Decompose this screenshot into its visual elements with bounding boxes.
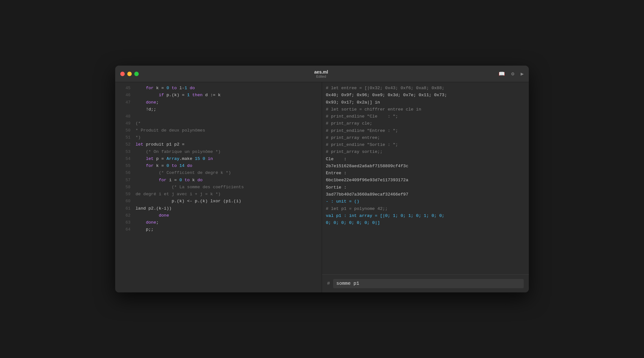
code-line: 64 p;; — [115, 226, 322, 233]
code-line: 49(* — [115, 120, 322, 127]
app-window: aes.ml Edited 📖 ⚙️ ▶ 45 for k = 0 to l-1… — [115, 66, 529, 292]
line-code: p.(k) <- p.(k) lxor (p1.(i) — [136, 198, 241, 205]
line-code: (* On fabrique un polynôme *) — [136, 148, 220, 155]
line-number: 62 — [119, 212, 130, 219]
output-line: # let entree = [|0x32; 0x43; 0xf6; 0xa8;… — [326, 85, 525, 92]
code-line: 57 for i = 0 to k do — [115, 177, 322, 184]
code-line: 55 for k = 0 to 14 do — [115, 162, 322, 169]
line-number: 60 — [119, 198, 130, 205]
book-icon[interactable]: 📖 — [499, 71, 505, 77]
code-line: 56 (* Coefficient de degré k *) — [115, 169, 322, 176]
code-line: 53 (* On fabrique un polynôme *) — [115, 148, 322, 155]
line-code: de degré i et j avec i + j = k *) — [136, 191, 220, 198]
titlebar-actions: 📖 ⚙️ ▶ — [499, 71, 524, 77]
line-number: 52 — [119, 141, 130, 148]
code-line: 59de degré i et j avec i + j = k *) — [115, 191, 322, 198]
output-line: 6bc1bee22e409f96e93d7e117393172a — [326, 177, 525, 184]
input-pane: # — [322, 275, 529, 292]
output-line: # print_array sortie;; — [326, 148, 525, 155]
output-line: 2b7e151628aed2a6abf7158809cf4f3c — [326, 163, 525, 170]
prompt-symbol: # — [327, 281, 330, 286]
code-line: 60 p.(k) <- p.(k) lxor (p1.(i) — [115, 198, 322, 205]
line-code: done — [136, 212, 169, 219]
run-icon[interactable]: ▶ — [521, 71, 524, 77]
line-code: done; — [136, 99, 159, 106]
output-line: # print_endline "Sortie : "; — [326, 141, 525, 148]
line-number: 50 — [119, 127, 130, 134]
line-code: land p2.(k-i)) — [136, 205, 172, 212]
line-number: 58 — [119, 184, 130, 191]
line-code: done; — [136, 219, 159, 226]
line-code: for k = 0 to 14 do — [136, 162, 192, 169]
output-line: 0x93; 0x17; 0x2a|] in — [326, 99, 525, 106]
line-number: 49 — [119, 120, 130, 127]
line-code: *) — [136, 134, 141, 141]
code-line: 51*) — [115, 134, 322, 141]
line-number: 48 — [119, 113, 130, 120]
line-number: 63 — [119, 219, 130, 226]
close-button[interactable] — [120, 72, 125, 76]
code-line: !d;; — [115, 106, 322, 113]
output-line: 0; 0; 0; 0; 0; 0; 0|] — [326, 219, 525, 226]
output-pane: # let entree = [|0x32; 0x43; 0xf6; 0xa8;… — [322, 82, 529, 275]
code-line: 63 done; — [115, 219, 322, 226]
line-number — [119, 106, 130, 113]
line-code: (* Coefficient de degré k *) — [136, 169, 231, 176]
output-line: # let p1 = polynome 42;; — [326, 205, 525, 212]
line-code: if p.(k) = 1 then d := k — [136, 92, 220, 99]
code-line: 52let produit p1 p2 = — [115, 141, 322, 148]
output-line: - : unit = () — [326, 198, 525, 205]
line-number: 57 — [119, 177, 130, 184]
line-code: * Produit de deux polynômes — [136, 127, 205, 134]
main-content: 45 for k = 0 to l-1 do46 if p.(k) = 1 th… — [115, 82, 529, 292]
line-number: 53 — [119, 148, 130, 155]
line-code: for k = 0 to l-1 do — [136, 85, 195, 92]
gear-icon[interactable]: ⚙️ — [511, 71, 514, 77]
editor-pane: 45 for k = 0 to l-1 do46 if p.(k) = 1 th… — [115, 82, 322, 292]
output-line: # print_array cle; — [326, 120, 525, 127]
code-line: 47 done; — [115, 99, 322, 106]
title-info: aes.ml Edited — [144, 69, 499, 78]
line-code: (* La somme des coefficients — [136, 184, 244, 191]
output-line: # let sortie = chiffrer entree cle in — [326, 106, 525, 113]
output-line: Entree : — [326, 170, 525, 177]
line-number: 47 — [119, 99, 130, 106]
output-line: Sortie : — [326, 184, 525, 191]
output-line: Cle : — [326, 156, 525, 163]
line-code: !d;; — [136, 106, 156, 113]
repl-input[interactable] — [333, 279, 524, 288]
output-line: # print_endline "Entree : "; — [326, 127, 525, 134]
line-number: 45 — [119, 85, 130, 92]
line-number: 64 — [119, 226, 130, 233]
line-code: (* — [136, 120, 141, 127]
code-line: 48 — [115, 113, 322, 120]
right-pane: # let entree = [|0x32; 0x43; 0xf6; 0xa8;… — [322, 82, 529, 292]
line-code: let produit p1 p2 = — [136, 141, 185, 148]
line-number: 46 — [119, 92, 130, 99]
output-line: 0x40; 0x9f; 0x96; 0xe9; 0x3d; 0x7e; 0x11… — [326, 92, 525, 99]
filename: aes.ml — [314, 69, 328, 75]
line-number: 54 — [119, 155, 130, 162]
code-line: 45 for k = 0 to l-1 do — [115, 85, 322, 92]
traffic-lights — [120, 72, 139, 76]
output-line: # print_array entree; — [326, 134, 525, 141]
code-line: 54 let p = Array.make 15 0 in — [115, 155, 322, 162]
code-line: 61land p2.(k-i)) — [115, 205, 322, 212]
line-number: 56 — [119, 169, 130, 176]
code-line: 58 (* La somme des coefficients — [115, 184, 322, 191]
code-line: 62 done — [115, 212, 322, 219]
line-code: let p = Array.make 15 0 in — [136, 155, 213, 162]
maximize-button[interactable] — [134, 72, 139, 76]
file-status: Edited — [316, 75, 326, 78]
code-line: 46 if p.(k) = 1 then d := k — [115, 92, 322, 99]
output-line: val p1 : int array = [|0; 1; 0; 1; 0; 1;… — [326, 212, 525, 219]
output-line: 3ad77bb40d7a3660a89ecaf32466ef97 — [326, 191, 525, 198]
line-code: for i = 0 to k do — [136, 177, 203, 184]
line-number: 61 — [119, 205, 130, 212]
minimize-button[interactable] — [127, 72, 132, 76]
line-number: 55 — [119, 162, 130, 169]
line-number: 51 — [119, 134, 130, 141]
output-line: # print_endline "Cle : "; — [326, 113, 525, 120]
line-number: 59 — [119, 191, 130, 198]
line-code: p;; — [136, 226, 154, 233]
